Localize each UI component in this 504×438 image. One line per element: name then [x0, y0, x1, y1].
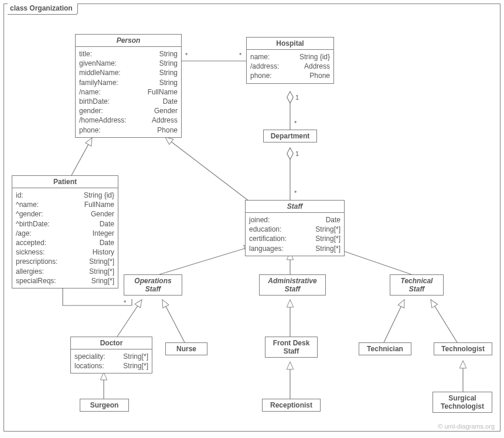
attribute-type: String[*] [123, 352, 148, 361]
attribute-type: Address [152, 116, 178, 125]
attribute-row: gender:Gender [79, 106, 178, 116]
attribute-type: String[*] [89, 267, 114, 276]
attribute-name: ^birthDate: [16, 219, 50, 229]
attribute-row: middleName:String [79, 68, 178, 77]
attribute-type: String [159, 78, 178, 87]
attribute-name: name: [250, 52, 270, 62]
attribute-name: /name: [79, 87, 101, 97]
attribute-row: sickness:History [16, 247, 114, 257]
mult-dept-staff-bot: * [294, 189, 297, 196]
attribute-name: /age: [16, 229, 32, 238]
class-person: Person title:StringgivenName:Stringmiddl… [75, 34, 182, 138]
class-surgical-technologist: Surgical Technologist [433, 392, 492, 413]
class-attrs: id:String {id}^name:FullName^gender:Gend… [12, 188, 118, 288]
class-attrs: title:StringgivenName:StringmiddleName:S… [76, 47, 181, 137]
class-staff: Staff joined:Dateeducation:String[*]cert… [245, 200, 345, 256]
attribute-name: birthDate: [79, 97, 110, 106]
attribute-row: certification:String[*] [249, 234, 340, 243]
mult-dept-staff-top: 1 [295, 150, 299, 157]
attribute-name: familyName: [79, 78, 118, 87]
attribute-row: allergies:String[*] [16, 267, 114, 276]
attribute-name: certification: [249, 234, 287, 243]
mult-hosp-dept-bot: * [294, 120, 297, 127]
class-title: Technician [359, 343, 411, 355]
class-title: Patient [12, 176, 118, 188]
class-title: Administrative Staff [260, 275, 325, 295]
attribute-row: /address:Address [250, 62, 330, 71]
class-title: Nurse [166, 343, 207, 355]
attribute-name: title: [79, 49, 92, 59]
label: Surgical [448, 394, 476, 402]
mult-patient-ops-r: * [124, 299, 126, 306]
class-administrative-staff: Administrative Staff [259, 274, 326, 296]
attribute-row: specialReqs:Sring[*] [16, 276, 114, 286]
attribute-name: middleName: [79, 68, 121, 77]
attribute-type: Date [100, 238, 114, 247]
attribute-name: locations: [74, 361, 104, 371]
attribute-row: prescriptions:String[*] [16, 257, 114, 266]
class-title: Surgical Technologist [433, 392, 492, 412]
class-receptionist: Receptionist [262, 399, 321, 412]
class-title: Front Desk Staff [265, 337, 317, 357]
class-title: Staff [246, 201, 344, 213]
attribute-name: /homeAddress: [79, 116, 127, 125]
attribute-name: languages: [249, 244, 284, 253]
attribute-name: id: [16, 191, 23, 200]
attribute-row: /name:FullName [79, 87, 178, 97]
class-operations-staff: Operations Staff [124, 274, 182, 296]
label: Administrative [268, 277, 316, 285]
attribute-row: education:String[*] [249, 225, 340, 234]
attribute-type: Gender [91, 209, 114, 219]
attribute-type: String {id} [299, 52, 330, 62]
attribute-type: Date [163, 97, 178, 106]
attribute-type: FullName [84, 200, 114, 209]
attribute-row: givenName:String [79, 59, 178, 68]
mult-person-hospital-r: * [239, 52, 241, 59]
class-title: Technical Staff [390, 275, 443, 295]
attribute-type: Phone [157, 125, 178, 135]
attribute-name: givenName: [79, 59, 117, 68]
attribute-row: speciality:String[*] [74, 352, 148, 361]
class-title: Doctor [71, 337, 152, 349]
attribute-type: Date [326, 215, 340, 225]
attribute-row: familyName:String [79, 78, 178, 87]
class-patient: Patient id:String {id}^name:FullName^gen… [12, 175, 118, 288]
attribute-row: /homeAddress:Address [79, 116, 178, 125]
attribute-row: name:String {id} [250, 52, 330, 62]
attribute-name: phone: [79, 125, 101, 135]
class-title: Hospital [247, 38, 333, 50]
attribute-row: ^gender:Gender [16, 209, 114, 219]
class-title: Technologist [434, 343, 492, 355]
attribute-name: /address: [250, 62, 279, 71]
label: Staff [285, 285, 300, 293]
attribute-row: title:String [79, 49, 178, 59]
watermark: © uml-diagrams.org [438, 423, 495, 430]
attribute-row: birthDate:Date [79, 97, 178, 106]
class-attrs: speciality:String[*]locations:String[*] [71, 349, 152, 373]
attribute-name: gender: [79, 106, 103, 116]
mult-person-hospital-l: * [185, 52, 188, 59]
class-technologist: Technologist [434, 342, 492, 355]
attribute-type: String {id} [84, 191, 114, 200]
class-technical-staff: Technical Staff [390, 274, 444, 296]
attribute-type: Date [100, 219, 114, 229]
attribute-name: specialReqs: [16, 276, 56, 286]
attribute-type: Sring[*] [91, 276, 114, 286]
class-title: Operations Staff [124, 275, 182, 295]
label: Front Desk [273, 339, 310, 347]
attribute-type: String[*] [315, 225, 340, 234]
label: Technical [401, 277, 433, 285]
attribute-row: locations:String[*] [74, 361, 148, 371]
attribute-type: String[*] [315, 244, 340, 253]
attribute-name: allergies: [16, 267, 44, 276]
frame-title: class Organization [8, 4, 78, 15]
attribute-type: History [93, 247, 114, 257]
class-doctor: Doctor speciality:String[*]locations:Str… [70, 337, 152, 374]
attribute-type: FullName [148, 87, 178, 97]
attribute-row: phone:Phone [250, 71, 330, 80]
class-attrs: name:String {id}/address:Addressphone:Ph… [247, 50, 333, 83]
class-technician: Technician [359, 342, 411, 355]
class-surgeon: Surgeon [80, 399, 129, 412]
attribute-type: String[*] [89, 257, 114, 266]
attribute-name: joined: [249, 215, 270, 225]
